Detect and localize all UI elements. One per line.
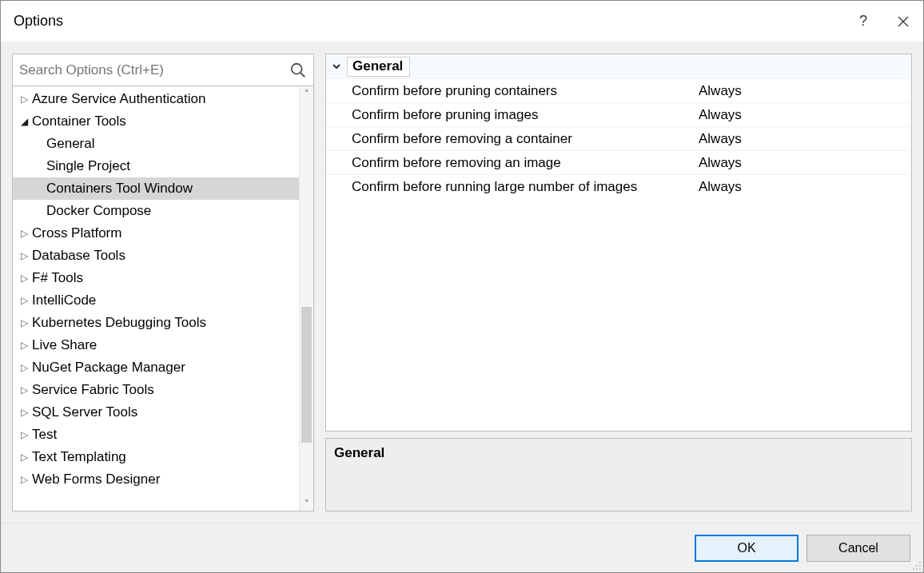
triangle-right-icon[interactable]: ▷ xyxy=(18,273,30,284)
tree-item[interactable]: ▷Cross Platform xyxy=(13,222,299,245)
triangle-right-icon[interactable]: ▷ xyxy=(18,474,30,485)
triangle-right-icon[interactable]: ▷ xyxy=(18,317,30,328)
triangle-right-icon[interactable]: ▷ xyxy=(18,250,30,261)
tree-item[interactable]: ▷IntelliCode xyxy=(13,289,299,312)
description-pane: General xyxy=(325,438,912,511)
tree-item[interactable]: ▷Service Fabric Tools xyxy=(13,379,299,401)
tree-item[interactable]: ◢Container Tools xyxy=(13,110,299,133)
svg-point-6 xyxy=(919,565,921,567)
tree-item[interactable]: ▷Live Share xyxy=(13,334,299,356)
property-row[interactable]: Confirm before removing an imageAlways xyxy=(326,150,911,174)
tree-item-label: Kubernetes Debugging Tools xyxy=(30,315,206,331)
tree-wrap: ▷Azure Service Authentication◢Container … xyxy=(13,86,313,511)
tree-item-label: Container Tools xyxy=(30,113,126,129)
options-dialog: Options ? ▷Azure Service Authentication◢… xyxy=(0,0,924,573)
resize-grip-icon[interactable] xyxy=(910,559,922,571)
search-icon xyxy=(289,62,307,79)
tree-item[interactable]: ▷Azure Service Authentication xyxy=(13,88,299,110)
tree-item-label: Single Project xyxy=(45,158,130,174)
scroll-up-icon[interactable]: ˄ xyxy=(300,86,313,101)
chevron-down-icon xyxy=(326,62,347,71)
tree-item-label: Service Fabric Tools xyxy=(30,382,154,398)
tree-item-label: Database Tools xyxy=(30,248,125,264)
description-title: General xyxy=(334,445,903,461)
svg-line-3 xyxy=(301,72,305,77)
triangle-right-icon[interactable]: ▷ xyxy=(18,362,30,373)
triangle-right-icon[interactable]: ▷ xyxy=(18,407,30,418)
property-row[interactable]: Confirm before removing a containerAlway… xyxy=(326,126,911,150)
cancel-label: Cancel xyxy=(838,541,878,555)
group-name: General xyxy=(347,57,410,77)
tree-item[interactable]: ▷F# Tools xyxy=(13,267,299,289)
svg-point-2 xyxy=(292,63,302,74)
tree-item-label: F# Tools xyxy=(30,270,83,286)
triangle-right-icon[interactable]: ▷ xyxy=(18,340,30,351)
property-row[interactable]: Confirm before running large number of i… xyxy=(326,174,911,198)
property-value[interactable]: Always xyxy=(694,83,911,99)
ok-label: OK xyxy=(737,541,755,555)
close-button[interactable] xyxy=(883,1,923,42)
triangle-right-icon[interactable]: ▷ xyxy=(18,94,30,105)
property-rows: Confirm before pruning containersAlwaysC… xyxy=(326,78,911,198)
tree-item-label: NuGet Package Manager xyxy=(30,360,185,376)
ok-button[interactable]: OK xyxy=(695,535,799,562)
tree-item-label: Containers Tool Window xyxy=(45,181,193,197)
svg-point-8 xyxy=(916,568,918,570)
tree-item[interactable]: General xyxy=(13,133,299,155)
settings-panel: General Confirm before pruning container… xyxy=(325,54,912,511)
help-icon: ? xyxy=(859,13,867,30)
tree-item[interactable]: ▷Database Tools xyxy=(13,245,299,267)
window-title: Options xyxy=(14,13,843,30)
cancel-button[interactable]: Cancel xyxy=(807,535,910,562)
titlebar: Options ? xyxy=(1,1,923,42)
property-value[interactable]: Always xyxy=(694,131,911,147)
dialog-body: ▷Azure Service Authentication◢Container … xyxy=(1,42,923,523)
property-group-header[interactable]: General xyxy=(326,54,911,78)
search-box[interactable] xyxy=(13,54,313,86)
dialog-footer: OK Cancel xyxy=(1,523,923,572)
svg-point-5 xyxy=(916,565,918,567)
tree-item[interactable]: ▷Test xyxy=(13,424,299,446)
svg-point-4 xyxy=(919,562,921,563)
tree-item-label: Azure Service Authentication xyxy=(30,91,205,107)
tree-item[interactable]: ▷Kubernetes Debugging Tools xyxy=(13,312,299,334)
tree-item[interactable]: Docker Compose xyxy=(13,200,299,222)
property-name: Confirm before removing an image xyxy=(326,155,694,171)
triangle-down-icon[interactable]: ◢ xyxy=(18,116,30,127)
property-value[interactable]: Always xyxy=(694,179,911,195)
property-grid[interactable]: General Confirm before pruning container… xyxy=(325,54,912,432)
tree-item[interactable]: ▷NuGet Package Manager xyxy=(13,356,299,379)
property-name: Confirm before running large number of i… xyxy=(326,179,694,195)
tree-item-label: Cross Platform xyxy=(30,225,121,241)
tree-item[interactable]: Containers Tool Window xyxy=(13,177,299,200)
svg-point-7 xyxy=(913,568,914,570)
triangle-right-icon[interactable]: ▷ xyxy=(18,228,30,239)
triangle-right-icon[interactable]: ▷ xyxy=(18,384,30,396)
tree-scrollbar[interactable]: ˄ ˅ xyxy=(299,86,313,511)
options-tree[interactable]: ▷Azure Service Authentication◢Container … xyxy=(13,86,299,511)
tree-item[interactable]: ▷Text Templating xyxy=(13,446,299,468)
property-name: Confirm before pruning images xyxy=(326,107,694,123)
property-row[interactable]: Confirm before pruning containersAlways xyxy=(326,78,911,102)
triangle-right-icon[interactable]: ▷ xyxy=(18,295,30,306)
search-input[interactable] xyxy=(18,59,289,82)
tree-item-label: Web Forms Designer xyxy=(30,472,160,487)
nav-panel: ▷Azure Service Authentication◢Container … xyxy=(12,54,314,511)
scroll-down-icon[interactable]: ˅ xyxy=(300,496,313,511)
triangle-right-icon[interactable]: ▷ xyxy=(18,429,30,440)
tree-item[interactable]: ▷Web Forms Designer xyxy=(13,468,299,491)
tree-item-label: IntelliCode xyxy=(30,292,96,308)
tree-item[interactable]: ▷SQL Server Tools xyxy=(13,401,299,424)
property-row[interactable]: Confirm before pruning imagesAlways xyxy=(326,102,911,126)
tree-item-label: Docker Compose xyxy=(45,203,151,219)
scroll-thumb[interactable] xyxy=(301,307,312,443)
tree-item[interactable]: Single Project xyxy=(13,155,299,177)
tree-item-label: General xyxy=(45,136,94,152)
property-name: Confirm before removing a container xyxy=(326,131,694,147)
property-value[interactable]: Always xyxy=(694,107,911,123)
scroll-track[interactable] xyxy=(300,101,313,496)
help-button[interactable]: ? xyxy=(843,1,883,42)
triangle-right-icon[interactable]: ▷ xyxy=(18,452,30,463)
property-value[interactable]: Always xyxy=(694,155,911,171)
property-name: Confirm before pruning containers xyxy=(326,83,694,99)
